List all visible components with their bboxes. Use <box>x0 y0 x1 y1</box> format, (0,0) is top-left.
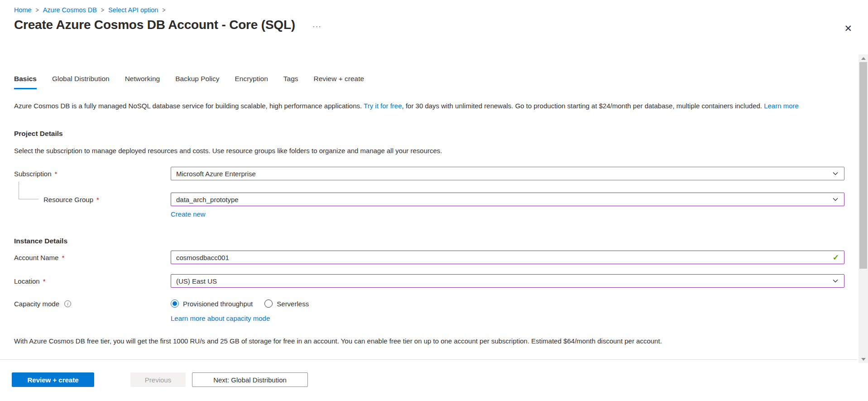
chevron-down-icon <box>832 170 839 177</box>
tab-tags[interactable]: Tags <box>283 75 298 89</box>
arrow-up-icon <box>861 57 866 60</box>
learn-more-link[interactable]: Learn more <box>764 102 799 110</box>
scroll-down-button[interactable] <box>858 355 868 363</box>
subscription-value: Microsoft Azure Enterprise <box>176 170 832 178</box>
tab-bar: Basics Global Distribution Networking Ba… <box>14 75 844 89</box>
required-asterisk: * <box>55 170 58 178</box>
next-global-distribution-button[interactable]: Next: Global Distribution <box>192 372 308 387</box>
required-asterisk: * <box>96 196 99 203</box>
tab-basics[interactable]: Basics <box>14 75 37 89</box>
info-icon[interactable]: i <box>64 300 71 307</box>
scrollbar-thumb[interactable] <box>859 62 867 269</box>
create-new-link[interactable]: Create new <box>171 210 206 218</box>
resource-group-value: data_arch_prototype <box>176 196 832 203</box>
breadcrumb-select-api-option[interactable]: Select API option <box>108 6 158 14</box>
location-dropdown[interactable]: (US) East US <box>171 274 844 288</box>
breadcrumb-separator-icon: > <box>36 6 39 14</box>
vertical-scrollbar[interactable] <box>858 54 868 363</box>
review-create-button[interactable]: Review + create <box>12 372 94 387</box>
location-row: Location* (US) East US <box>14 274 844 288</box>
resource-group-row: Resource Group* data_arch_prototype <box>14 193 844 206</box>
arrow-down-icon <box>861 358 866 361</box>
more-options-icon[interactable]: ··· <box>312 22 321 31</box>
page-title: Create Azure Cosmos DB Account - Core (S… <box>14 18 295 32</box>
breadcrumb-separator-icon: > <box>162 6 165 14</box>
footer-bar: Review + create Previous Next: Global Di… <box>0 359 857 401</box>
instance-details-heading: Instance Details <box>14 237 844 245</box>
tab-networking[interactable]: Networking <box>125 75 160 89</box>
close-icon[interactable]: ✕ <box>844 24 852 33</box>
main-content: Basics Global Distribution Networking Ba… <box>14 54 844 347</box>
location-value: (US) East US <box>176 277 832 285</box>
try-it-for-free-link[interactable]: Try it for free <box>364 102 402 110</box>
tab-global-distribution[interactable]: Global Distribution <box>52 75 110 89</box>
capacity-mode-radio-group: Provisioned throughput Serverless <box>171 300 309 308</box>
resource-group-dropdown[interactable]: data_arch_prototype <box>171 193 844 206</box>
account-name-field: ✓ <box>171 251 844 264</box>
capacity-mode-row: Capacity mode i Provisioned throughput S… <box>14 300 844 308</box>
breadcrumb-separator-icon: > <box>101 6 104 14</box>
account-name-input[interactable] <box>176 254 833 261</box>
radio-label: Provisioned throughput <box>183 300 253 308</box>
chevron-down-icon <box>832 277 839 285</box>
capacity-mode-label: Capacity mode i <box>14 300 171 308</box>
scroll-up-button[interactable] <box>858 54 868 62</box>
project-details-description: Select the subscription to manage deploy… <box>14 147 844 155</box>
breadcrumb: Home > Azure Cosmos DB > Select API opti… <box>14 6 851 14</box>
subscription-dropdown[interactable]: Microsoft Azure Enterprise <box>171 167 844 180</box>
breadcrumb-home[interactable]: Home <box>14 6 32 14</box>
radio-provisioned-throughput[interactable]: Provisioned throughput <box>171 300 253 308</box>
radio-unselected-icon <box>264 300 273 308</box>
page-header: Home > Azure Cosmos DB > Select API opti… <box>0 0 868 32</box>
tab-backup-policy[interactable]: Backup Policy <box>175 75 219 89</box>
breadcrumb-azure-cosmos-db[interactable]: Azure Cosmos DB <box>43 6 97 14</box>
radio-serverless[interactable]: Serverless <box>264 300 309 308</box>
required-asterisk: * <box>43 277 46 285</box>
intro-text: , for 30 days with unlimited renewals. G… <box>402 102 764 110</box>
tab-encryption[interactable]: Encryption <box>235 75 268 89</box>
intro-text: Azure Cosmos DB is a fully managed NoSQL… <box>14 102 364 110</box>
location-label: Location* <box>14 277 171 285</box>
hierarchy-connector-line <box>19 182 38 199</box>
radio-selected-icon <box>171 300 179 308</box>
free-tier-note: With Azure Cosmos DB free tier, you will… <box>14 336 844 347</box>
chevron-down-icon <box>832 196 839 203</box>
tab-review-create[interactable]: Review + create <box>314 75 364 89</box>
required-asterisk: * <box>62 254 64 261</box>
subscription-label: Subscription* <box>14 170 171 178</box>
previous-button[interactable]: Previous <box>130 372 186 387</box>
capacity-mode-learn-more-link[interactable]: Learn more about capacity mode <box>171 314 270 322</box>
project-details-heading: Project Details <box>14 130 844 138</box>
account-name-label: Account Name* <box>14 254 171 261</box>
account-name-row: Account Name* ✓ <box>14 251 844 264</box>
service-description: Azure Cosmos DB is a fully managed NoSQL… <box>14 100 844 111</box>
valid-check-icon: ✓ <box>833 253 839 262</box>
subscription-row: Subscription* Microsoft Azure Enterprise <box>14 167 844 180</box>
radio-label: Serverless <box>277 300 309 308</box>
